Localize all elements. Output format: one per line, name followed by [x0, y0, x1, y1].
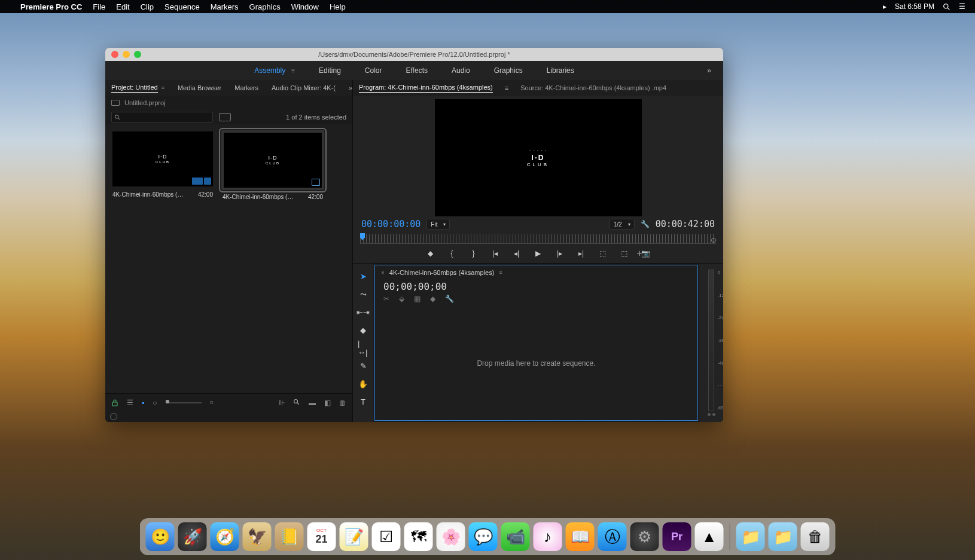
timeline-drop-area[interactable]: Drop media here to create sequence. — [375, 307, 697, 420]
dock-settings-icon[interactable]: ⚙ — [630, 522, 659, 551]
new-bin-button[interactable] — [219, 113, 231, 121]
timeline-settings-icon[interactable]: 🔧 — [445, 295, 454, 303]
add-marker-button[interactable]: ◆ — [426, 249, 435, 258]
mark-out-button[interactable]: } — [469, 249, 479, 258]
lock-icon[interactable] — [111, 399, 118, 406]
trash-icon[interactable]: 🗑 — [339, 399, 346, 407]
freeform-view-icon[interactable]: ○ — [153, 399, 157, 407]
dock-reminders-icon[interactable]: ☑ — [372, 522, 401, 551]
dock-safari-icon[interactable]: 🧭 — [211, 522, 239, 551]
panel-menu-icon[interactable]: ≡ — [499, 270, 502, 276]
new-item-icon[interactable]: ◧ — [324, 399, 331, 407]
notification-icon[interactable]: ▸ — [883, 2, 886, 11]
playhead-icon[interactable] — [360, 233, 365, 240]
go-to-out-button[interactable]: ▸| — [577, 249, 586, 258]
control-center-icon[interactable]: ☰ — [959, 2, 965, 11]
sort-icon[interactable]: ◇ — [208, 399, 215, 406]
type-tool-icon[interactable]: T — [358, 396, 368, 407]
dock-trash-icon[interactable]: 🗑 — [801, 522, 830, 551]
marker-icon[interactable]: ◆ — [430, 295, 435, 303]
menubar-clock[interactable]: Sat 6:58 PM — [895, 2, 934, 11]
dock-finder-icon[interactable]: 🙂 — [146, 522, 175, 551]
window-close-button[interactable] — [111, 51, 118, 58]
clip-item[interactable]: I-DCLUB 4K-Chimei-inn-60mbps (4ks...42:0… — [111, 130, 214, 198]
lift-button[interactable]: ⬚ — [598, 249, 608, 258]
dock-downloads-icon[interactable]: 📁 — [769, 522, 797, 551]
tab-markers[interactable]: Markers — [234, 84, 258, 91]
solo-dot-icon[interactable] — [708, 413, 711, 416]
zoom-slider[interactable] — [166, 402, 202, 403]
snap-icon[interactable]: ⬙ — [399, 295, 404, 303]
find-icon[interactable] — [293, 399, 300, 407]
app-menu[interactable]: Premiere Pro CC — [20, 2, 82, 11]
insert-icon[interactable]: ✂ — [383, 295, 389, 303]
workspace-editing[interactable]: Editing — [319, 66, 341, 75]
video-preview[interactable]: · · · · · I-D CLUB — [435, 99, 642, 216]
step-back-button[interactable]: ◂| — [512, 249, 522, 258]
workspace-overflow-icon[interactable]: » — [707, 66, 711, 75]
auto-match-icon[interactable]: ⊪ — [279, 399, 285, 407]
timeline-timecode[interactable]: 00;00;00;00 — [375, 280, 697, 293]
menu-sequence[interactable]: Sequence — [164, 2, 200, 11]
window-titlebar[interactable]: /Users/dmx/Documents/Adobe/Premiere Pro/… — [105, 48, 723, 61]
hand-tool-icon[interactable]: ✋ — [358, 378, 368, 389]
menu-edit[interactable]: Edit — [116, 2, 129, 11]
dock-messages-icon[interactable]: 💬 — [469, 522, 498, 551]
sync-settings-icon[interactable] — [110, 413, 117, 420]
dock-maps-icon[interactable]: 🗺 — [404, 522, 433, 551]
linked-selection-icon[interactable]: ▦ — [414, 295, 421, 303]
tab-overflow-icon[interactable]: » — [349, 84, 352, 91]
clip-thumbnail[interactable]: I-DCLUB — [112, 131, 213, 186]
dock-launchpad-icon[interactable]: 🚀 — [178, 522, 207, 551]
new-bin-footer-icon[interactable]: ▬ — [309, 399, 316, 407]
menu-window[interactable]: Window — [291, 2, 319, 11]
workspace-effects[interactable]: Effects — [406, 66, 428, 75]
export-frame-button[interactable]: 📷 — [641, 249, 651, 258]
menu-graphics[interactable]: Graphics — [249, 2, 281, 11]
monitor-ruler[interactable] — [360, 234, 716, 244]
mute-dot-icon[interactable] — [712, 413, 715, 416]
project-bin[interactable]: I-DCLUB 4K-Chimei-inn-60mbps (4ks...42:0… — [105, 124, 352, 393]
mark-in-button[interactable]: { — [447, 249, 457, 258]
search-input[interactable] — [111, 112, 213, 123]
dock-contacts-icon[interactable]: 📒 — [275, 522, 304, 551]
dock-facetime-icon[interactable]: 📹 — [501, 522, 530, 551]
audio-meter[interactable]: 0 -12 -24 -36 -48 - - dB — [699, 264, 723, 422]
button-editor-icon[interactable]: + — [636, 248, 642, 259]
track-select-tool-icon[interactable]: ⤳ — [358, 289, 368, 299]
out-point-icon[interactable] — [711, 238, 716, 243]
settings-wrench-icon[interactable]: 🔧 — [641, 220, 650, 228]
workspace-menu-icon[interactable]: ≡ — [291, 68, 295, 74]
resolution-dropdown[interactable]: 1/2▾ — [610, 219, 635, 229]
menu-markers[interactable]: Markers — [211, 2, 239, 11]
dock-notes-icon[interactable]: 📝 — [340, 522, 368, 551]
ripple-edit-tool-icon[interactable]: ⇤⇥ — [358, 307, 368, 317]
workspace-libraries[interactable]: Libraries — [547, 66, 574, 75]
timeline-tab-close-icon[interactable]: × — [381, 270, 385, 276]
dock-automator-icon[interactable]: ▲ — [695, 522, 724, 551]
slip-tool-icon[interactable]: |↔| — [358, 342, 368, 353]
dock-appstore-icon[interactable]: Ⓐ — [598, 522, 627, 551]
menu-clip[interactable]: Clip — [141, 2, 154, 11]
spotlight-icon[interactable] — [943, 3, 950, 11]
list-view-icon[interactable]: ☰ — [127, 399, 133, 407]
window-minimize-button[interactable] — [123, 51, 130, 58]
timeline-panel[interactable]: × 4K-Chimei-inn-60mbps (4ksamples) ≡ 00;… — [374, 265, 698, 421]
workspace-assembly[interactable]: Assembly — [254, 66, 285, 75]
workspace-graphics[interactable]: Graphics — [494, 66, 523, 75]
workspace-color[interactable]: Color — [365, 66, 382, 75]
tab-audio-mixer[interactable]: Audio Clip Mixer: 4K-( — [272, 84, 336, 91]
zoom-fit-dropdown[interactable]: Fit▾ — [426, 219, 450, 229]
timecode-current[interactable]: 00:00:00:00 — [361, 219, 421, 229]
menu-file[interactable]: File — [93, 2, 105, 11]
menu-help[interactable]: Help — [330, 2, 346, 11]
tab-source-monitor[interactable]: Source: 4K-Chimei-inn-60mbps (4ksamples)… — [520, 84, 666, 91]
dock-ibooks-icon[interactable]: 📖 — [566, 522, 595, 551]
dock-mail-icon[interactable]: 🦅 — [243, 522, 272, 551]
workspace-audio[interactable]: Audio — [452, 66, 470, 75]
tab-media-browser[interactable]: Media Browser — [178, 84, 221, 91]
selection-tool-icon[interactable]: ➤ — [358, 271, 368, 281]
tab-menu-icon[interactable]: ≡ — [162, 85, 164, 91]
dock-itunes-icon[interactable]: ♪ — [534, 522, 562, 551]
dock-calendar-icon[interactable]: OCT21 — [307, 522, 336, 551]
